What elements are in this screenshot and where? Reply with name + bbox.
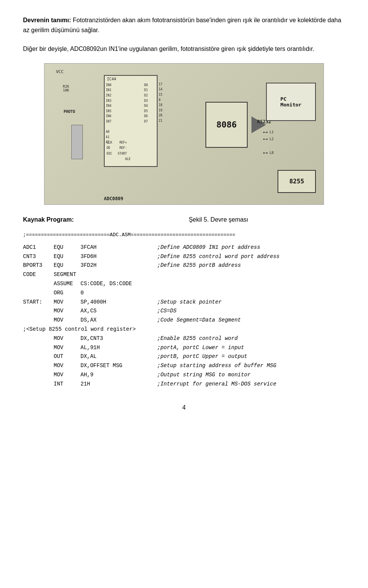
code-label	[23, 307, 54, 316]
code-line: INT21H;Interrupt for general MS-DOS serv…	[23, 380, 345, 389]
code-instruction: MOV	[54, 307, 80, 316]
code-instruction: ORG	[54, 289, 80, 298]
code-label	[23, 343, 54, 353]
code-line: ADC1EQU3FCAH;Define ADC0809 IN1 port add…	[23, 243, 345, 252]
figure-area: Kaynak Program: Şekil 5. Devre şeması	[23, 216, 345, 223]
code-instruction: SEGMENT	[54, 270, 80, 279]
chip-8086: 8086	[205, 102, 248, 148]
code-operand	[80, 270, 157, 279]
code-line: CNT3EQU3FD6H;Define 8255 control word po…	[23, 252, 345, 261]
page-number: 4	[23, 404, 345, 411]
code-line: MOVDS,AX;Code Segment=Data Segment	[23, 316, 345, 325]
code-operand: DX,CNT3	[80, 334, 157, 343]
ic44-label: IC44	[107, 77, 116, 81]
code-label: ADC1	[23, 243, 54, 252]
code-instruction: MOV	[54, 316, 80, 325]
code-operand: 3FD6H	[80, 252, 157, 261]
chip-8255: 8255	[278, 170, 316, 193]
code-line: MOVDX,OFFSET MSG;Setup starting address …	[23, 361, 345, 371]
dip-switch	[71, 125, 83, 159]
code-comment: ;Enable 8255 control word	[157, 334, 238, 343]
intro-bold: Devrenin tanımı:	[23, 17, 71, 23]
code-operand: 0	[80, 289, 157, 298]
code-label: CODE	[23, 270, 54, 279]
code-line: ASSUMECS:CODE, DS:CODE	[23, 279, 345, 289]
code-comment: ;Interrupt for general MS-DOS service	[157, 380, 276, 389]
pin-in-labels: IN0IN1IN2IN3IN4IN5IN6IN7A0A1A2	[106, 83, 111, 145]
code-instruction: EQU	[54, 243, 80, 252]
led-area: ►◄ L1 ►◄ L2 ►◄ L8	[263, 129, 274, 156]
code-comment: ;Output string MSG to monitor	[157, 371, 251, 380]
code-comment: ;CS=DS	[157, 307, 176, 316]
circuit-diagram-container: VCC R2610K PHOTO IC44 IN0IN1IN2IN3IN4IN5…	[23, 63, 345, 205]
code-line: BPORT3EQU3FD2H;Define 8255 portB address	[23, 261, 345, 270]
code-label	[23, 380, 54, 389]
code-operand: CS:CODE, DS:CODE	[80, 279, 157, 289]
code-instruction: INT	[54, 380, 80, 389]
code-line: OUTDX,AL;portB, portC Upper = output	[23, 352, 345, 361]
code-label: CNT3	[23, 252, 54, 261]
code-operand: 21H	[80, 380, 157, 389]
r26-label: R2610K	[63, 85, 69, 92]
circuit-diagram: VCC R2610K PHOTO IC44 IN0IN1IN2IN3IN4IN5…	[44, 63, 324, 205]
code-label	[23, 316, 54, 325]
code-instruction: MOV	[54, 371, 80, 380]
code-line: ORG0	[23, 289, 345, 298]
kaynak-program-label: Kaynak Program:	[23, 216, 92, 223]
code-operand: 3FD2H	[80, 261, 157, 270]
code-block: ;============================ADC.ASM====…	[23, 231, 345, 239]
code-operand: SP,4000H	[80, 298, 157, 307]
figure-caption: Şekil 5. Devre şeması	[92, 216, 345, 223]
code-comment: ;Setup starting address of buffer MSG	[157, 361, 276, 371]
photo-label: PHOTO	[64, 109, 75, 114]
code-line: START:MOVSP,4000H;Setup stack pointer	[23, 298, 345, 307]
code-lines-container: ADC1EQU3FCAH;Define ADC0809 IN1 port add…	[23, 243, 345, 389]
code-instruction: OUT	[54, 352, 80, 361]
code-line: MOVAX,CS;CS=DS	[23, 307, 345, 316]
code-label	[23, 289, 54, 298]
pc-monitor-label: PCMonitor	[281, 96, 302, 108]
pin-d-labels: D0D1D2D3D4D5D6D7	[144, 83, 148, 124]
code-operand: AH,9	[80, 371, 157, 380]
code-operand: AX,CS	[80, 307, 157, 316]
bottom-control-labels: CLK REF+ OE REF- EOC START ALE	[107, 140, 131, 162]
code-comment: ;Define 8255 control word port address	[157, 252, 279, 261]
pc-monitor-box: PCMonitor	[266, 83, 316, 121]
code-instruction: MOV	[54, 361, 80, 371]
intro-paragraph2: Diğer bir deyişle, ADC08092un IN1'ine uy…	[23, 44, 345, 54]
code-operand: DS,AX	[80, 316, 157, 325]
code-operand: 3FCAH	[80, 243, 157, 252]
code-comment: ;Code Segment=Data Segment	[157, 316, 241, 325]
code-line: CODESEGMENT	[23, 270, 345, 279]
code-comment: ;portB, portC Upper = output	[157, 352, 247, 361]
intro-text1: Fototranzistörden akan akım fototransist…	[23, 17, 341, 33]
code-label: START:	[23, 298, 54, 307]
code-instruction: EQU	[54, 252, 80, 261]
code-instruction: MOV	[54, 343, 80, 353]
code-line: MOVDX,CNT3;Enable 8255 control word	[23, 334, 345, 343]
code-instruction: EQU	[54, 261, 80, 270]
code-comment: ;Define 8255 portB address	[157, 261, 241, 270]
pin-numbers: 171415818192021	[159, 82, 163, 124]
code-instruction: MOV	[54, 334, 80, 343]
code-label	[23, 371, 54, 380]
code-line: ;<Setup 8255 control word register>	[23, 325, 345, 334]
code-line: MOVAL,91H;portA, portC Lower = input	[23, 343, 345, 353]
code-comment: ;Setup stack pointer	[157, 298, 222, 307]
code-label	[23, 334, 54, 343]
code-operand: AL,91H	[80, 343, 157, 353]
intro-paragraph: Devrenin tanımı: Fototranzistörden akan …	[23, 15, 345, 35]
code-instruction: MOV	[54, 298, 80, 307]
code-instruction: ASSUME	[54, 279, 80, 289]
code-label: BPORT3	[23, 261, 54, 270]
code-label	[23, 352, 54, 361]
code-separator: ;============================ADC.ASM====…	[23, 231, 345, 239]
code-operand: DX,OFFSET MSG	[80, 361, 157, 371]
vcc-label: VCC	[56, 69, 64, 74]
code-comment: ;portA, portC Lower = input	[157, 343, 244, 353]
code-label	[23, 361, 54, 371]
adc0809-label: ADC0809	[104, 196, 123, 201]
circuit-inner: VCC R2610K PHOTO IC44 IN0IN1IN2IN3IN4IN5…	[44, 64, 324, 204]
code-line: MOVAH,9;Output string MSG to monitor	[23, 371, 345, 380]
code-operand: DX,AL	[80, 352, 157, 361]
